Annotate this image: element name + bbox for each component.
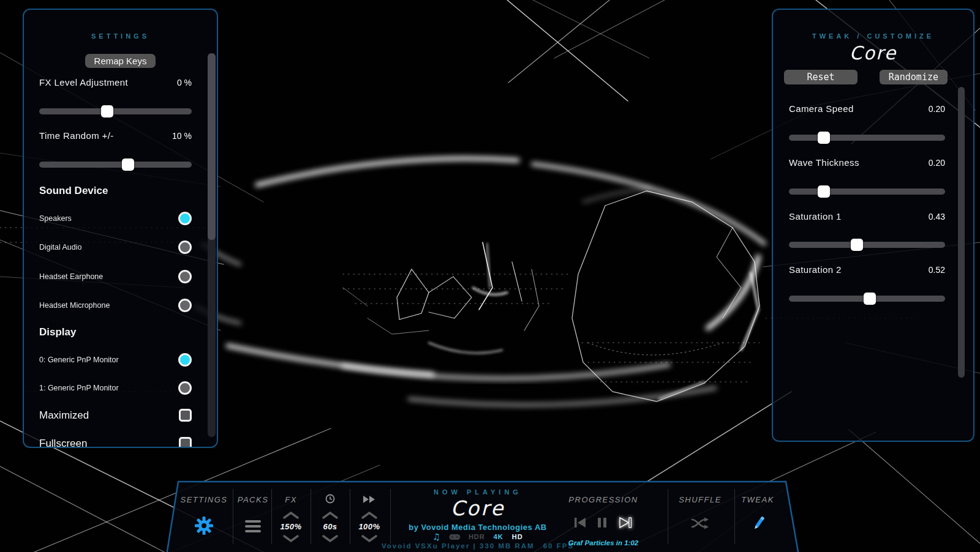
skip-previous-icon[interactable] (574, 517, 586, 529)
checkbox-label: Fullscreen (39, 438, 87, 449)
radio-icon[interactable] (178, 299, 192, 312)
shuffle-icon[interactable] (691, 517, 709, 532)
option-label: Headset Earphone (39, 272, 103, 281)
gear-icon[interactable] (194, 516, 214, 538)
app-window: SETTINGS Remap Keys FX Level Adjustment … (0, 0, 980, 552)
slider-thumb[interactable] (864, 293, 876, 305)
radio-option-headset-microphone[interactable]: Headset Microphone (39, 299, 192, 312)
speed-value: 100% (358, 522, 380, 531)
radio-icon[interactable] (178, 353, 192, 367)
fx-level-slider[interactable] (39, 108, 192, 114)
checkbox-maximized[interactable]: Maximized (39, 409, 192, 422)
radio-option-monitor-1[interactable]: 1: Generic PnP Monitor (39, 381, 192, 395)
pause-icon[interactable] (597, 517, 607, 529)
divider (668, 489, 668, 544)
slider-label: Saturation 2 (789, 264, 842, 275)
slider-label: Saturation 1 (789, 211, 842, 222)
4k-badge: 4K (494, 533, 503, 540)
chevron-up-icon[interactable] (283, 510, 299, 521)
next-preset-info: Graf Particles in 1:02 (568, 539, 638, 546)
checkbox-icon[interactable] (179, 409, 192, 422)
radio-icon[interactable] (178, 241, 192, 254)
divider (311, 489, 311, 544)
shuffle-label: SHUFFLE (679, 495, 722, 504)
option-label: Speakers (39, 214, 72, 223)
checkbox-label: Maximized (39, 409, 89, 422)
slider-value: 10 % (172, 131, 192, 141)
radio-option-headset-earphone[interactable]: Headset Earphone (39, 270, 192, 283)
divider (390, 489, 391, 544)
radio-icon[interactable] (178, 270, 192, 283)
left-panel-scrollbar[interactable] (208, 53, 216, 437)
clock-icon (325, 494, 335, 506)
menu-icon[interactable] (244, 520, 262, 535)
hdr-badge: HDR (469, 533, 485, 540)
divider (350, 489, 350, 544)
duration-value: 60s (323, 522, 337, 531)
tweak-panel-title: TWEAK / CUSTOMIZE (773, 32, 974, 40)
checkbox-fullscreen[interactable]: Fullscreen (39, 437, 192, 448)
player-status: Vovoid VSXu Player | 330 MB RAM (382, 542, 535, 550)
slider-value: 0.43 (929, 212, 945, 222)
slider-label: Camera Speed (789, 103, 854, 114)
packs-tab-label: PACKS (238, 495, 269, 504)
slider-value: 0.52 (929, 265, 945, 275)
option-label: 1: Generic PnP Monitor (39, 384, 119, 392)
player-bar: SETTINGS PACKS (165, 480, 802, 552)
saturation-1-slider[interactable] (789, 242, 945, 248)
skip-next-icon[interactable] (618, 515, 633, 530)
chevron-down-icon[interactable] (322, 534, 338, 545)
slider-label: Wave Thickness (789, 157, 859, 168)
progression-label: PROGRESSION (568, 495, 638, 504)
scrollbar-thumb[interactable] (208, 53, 216, 240)
radio-icon[interactable] (178, 381, 192, 395)
randomize-button[interactable]: Randomize (880, 70, 948, 84)
chevron-up-icon[interactable] (361, 510, 377, 521)
saturation-2-slider[interactable] (789, 296, 945, 302)
wave-thickness-slider[interactable] (789, 188, 945, 195)
radio-option-monitor-0[interactable]: 0: Generic PnP Monitor (39, 353, 192, 367)
tweak-label: TWEAK (741, 495, 774, 504)
slider-thumb[interactable] (818, 132, 830, 144)
chevron-down-icon[interactable] (361, 534, 377, 545)
music-note-icon: ♫ (432, 532, 440, 541)
tweak-panel: TWEAK / CUSTOMIZE Core Reset Randomize C… (772, 9, 974, 442)
chevron-down-icon[interactable] (283, 534, 299, 545)
time-random-slider[interactable] (39, 162, 192, 168)
slider-thumb[interactable] (122, 159, 134, 171)
section-heading: Display (39, 326, 76, 338)
settings-panel-title: SETTINGS (24, 32, 217, 40)
track-artist: by Vovoid Media Technologies AB (409, 523, 546, 532)
fx-value: 150% (280, 522, 301, 531)
camera-speed-slider[interactable] (789, 135, 945, 141)
preset-name: Core (850, 42, 897, 64)
slider-row: FX Level Adjustment 0 % (39, 77, 192, 88)
option-label: Headset Microphone (39, 301, 110, 310)
right-panel-scrollbar[interactable] (958, 87, 965, 378)
slider-value: 0.20 (929, 158, 945, 168)
remap-keys-button[interactable]: Remap Keys (85, 54, 156, 68)
option-label: Digital Audio (39, 243, 82, 252)
settings-panel: SETTINGS Remap Keys FX Level Adjustment … (23, 9, 218, 448)
slider-value: 0 % (177, 78, 192, 88)
slider-thumb[interactable] (818, 185, 830, 198)
radio-option-speakers[interactable]: Speakers (39, 212, 192, 225)
pencil-icon[interactable] (750, 515, 765, 534)
option-label: 0: Generic PnP Monitor (39, 356, 119, 364)
divider (271, 489, 272, 544)
divider (734, 489, 735, 544)
gamepad-icon (449, 534, 460, 540)
checkbox-icon[interactable] (179, 437, 192, 448)
chevron-up-icon[interactable] (322, 510, 338, 521)
slider-row: Time Random +/- 10 % (39, 130, 192, 141)
radio-option-digital-audio[interactable]: Digital Audio (39, 241, 192, 254)
reset-button[interactable]: Reset (784, 70, 858, 84)
slider-value: 0.20 (929, 104, 945, 114)
slider-label: Time Random +/- (39, 130, 114, 141)
slider-thumb[interactable] (851, 239, 863, 251)
radio-icon[interactable] (178, 212, 192, 225)
slider-thumb[interactable] (101, 105, 113, 117)
slider-label: FX Level Adjustment (39, 77, 128, 88)
now-playing-heading: NOW PLAYING (434, 488, 522, 496)
hd-badge: HD (512, 533, 523, 540)
